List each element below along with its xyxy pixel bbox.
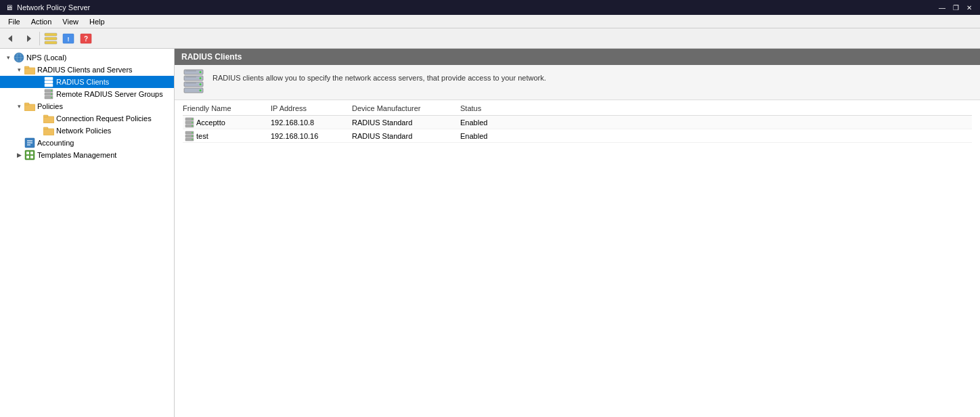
folder-crp-icon (43, 113, 54, 124)
svg-rect-28 (24, 104, 35, 111)
svg-rect-40 (30, 152, 33, 154)
menu-view[interactable]: View (57, 15, 84, 28)
radius-clients-label: RADIUS Clients (56, 78, 109, 86)
accounting-label: Accounting (37, 139, 74, 147)
svg-rect-30 (43, 116, 54, 123)
svg-rect-38 (25, 150, 35, 160)
templates-icon (24, 150, 35, 160)
svg-point-61 (192, 132, 193, 133)
sidebar-item-radius-clients-servers[interactable]: ▾ RADIUS Clients and Servers (0, 64, 174, 76)
app-icon: 🖥 (5, 3, 13, 12)
svg-point-25 (51, 93, 52, 95)
expand-rr (32, 89, 43, 100)
cell-ip-0: 192.168.10.8 (271, 118, 352, 127)
back-button[interactable] (3, 30, 19, 47)
menu-action[interactable]: Action (26, 15, 58, 28)
row-icon-0 (183, 117, 196, 128)
restore-button[interactable]: ❐ (950, 2, 961, 13)
menu-help[interactable]: Help (84, 15, 110, 28)
sidebar-item-accounting[interactable]: Accounting (0, 137, 174, 149)
menu-file[interactable]: File (3, 15, 26, 28)
info-bar: RADIUS clients allow you to specify the … (175, 65, 980, 100)
sidebar-item-remote-radius[interactable]: Remote RADIUS Server Groups (0, 88, 174, 100)
svg-rect-2 (45, 33, 57, 36)
expand-nps: ▾ (3, 52, 14, 63)
server-icon-rr (43, 89, 54, 100)
sidebar: ▾ NPS (Local) ▾ RADIUS Cl (0, 49, 175, 417)
svg-point-65 (192, 139, 193, 140)
svg-rect-51 (185, 83, 196, 84)
templates-label: Templates Management (37, 151, 116, 159)
svg-text:?: ? (84, 35, 88, 43)
forward-button[interactable] (20, 30, 37, 47)
svg-rect-31 (43, 115, 48, 117)
server-icon-rc (43, 76, 54, 87)
svg-text:!: ! (68, 36, 70, 43)
row-icon-1 (183, 131, 196, 141)
svg-marker-0 (8, 35, 12, 42)
help-button[interactable]: ? (78, 30, 94, 47)
table-row[interactable]: Acceptto 192.168.10.8 RADIUS Standard En… (183, 116, 972, 129)
toolbar: ! ? (0, 28, 980, 49)
cell-status-1: Enabled (460, 132, 528, 140)
properties-button[interactable] (43, 30, 59, 47)
svg-point-59 (192, 125, 193, 127)
cell-mfg-1: RADIUS Standard (352, 132, 460, 140)
connection-request-label: Connection Request Policies (56, 114, 152, 123)
cell-status-0: Enabled (460, 118, 528, 127)
sidebar-item-radius-clients[interactable]: RADIUS Clients (0, 76, 174, 88)
svg-point-47 (200, 77, 202, 79)
menu-bar: File Action View Help (0, 15, 980, 28)
col-header-status: Status (460, 104, 528, 112)
remote-radius-label: Remote RADIUS Server Groups (56, 90, 163, 98)
cell-ip-1: 192.168.10.16 (271, 132, 352, 140)
svg-point-50 (200, 83, 202, 85)
panel-header: RADIUS Clients (175, 49, 980, 65)
cell-name-1: test (196, 132, 271, 140)
svg-point-53 (200, 89, 202, 91)
folder-policies-icon (24, 101, 35, 112)
svg-rect-29 (24, 103, 29, 105)
sidebar-item-policies[interactable]: ▾ Policies (0, 100, 174, 112)
svg-rect-48 (185, 76, 196, 78)
svg-point-57 (192, 122, 193, 123)
table-row[interactable]: test 192.168.10.16 RADIUS Standard Enabl… (183, 129, 972, 143)
close-button[interactable]: ✕ (964, 2, 975, 13)
svg-rect-33 (43, 127, 48, 129)
table-area: Friendly Name IP Address Device Manufact… (175, 100, 980, 417)
sidebar-item-nps-local[interactable]: ▾ NPS (Local) (0, 51, 174, 64)
svg-marker-1 (27, 35, 31, 42)
svg-point-17 (51, 78, 52, 79)
svg-rect-14 (24, 68, 35, 74)
action-button[interactable]: ! (60, 30, 76, 47)
sidebar-item-network-policies[interactable]: Network Policies (0, 125, 174, 137)
expand-policies: ▾ (14, 101, 24, 112)
svg-rect-3 (45, 37, 57, 40)
svg-rect-32 (43, 129, 54, 135)
svg-rect-4 (45, 41, 57, 44)
sidebar-item-templates[interactable]: ▶ Templates Management (0, 149, 174, 161)
svg-point-21 (51, 85, 52, 86)
expand-radius: ▾ (14, 64, 24, 75)
svg-point-55 (192, 118, 193, 120)
server-large-icon (183, 70, 204, 92)
info-description: RADIUS clients allow you to specify the … (213, 70, 546, 83)
cell-mfg-0: RADIUS Standard (352, 118, 460, 127)
folder-np-icon (43, 125, 54, 136)
folder-radius-icon (24, 64, 35, 75)
col-header-manufacturer: Device Manufacturer (352, 104, 460, 112)
svg-rect-39 (26, 152, 29, 154)
svg-point-63 (192, 135, 193, 137)
title-bar-controls[interactable]: — ❐ ✕ (937, 2, 975, 13)
nps-icon (14, 52, 24, 63)
svg-rect-45 (185, 70, 196, 72)
app-title: Network Policy Server (17, 3, 90, 12)
sidebar-item-connection-request[interactable]: Connection Request Policies (0, 112, 174, 125)
svg-point-23 (51, 90, 52, 91)
content-area: RADIUS Clients RADIUS cli (175, 49, 980, 417)
minimize-button[interactable]: — (937, 2, 948, 13)
title-bar-left: 🖥 Network Policy Server (5, 3, 90, 12)
expand-acct (14, 137, 24, 148)
toolbar-separator (39, 32, 40, 45)
accounting-icon (24, 137, 35, 148)
